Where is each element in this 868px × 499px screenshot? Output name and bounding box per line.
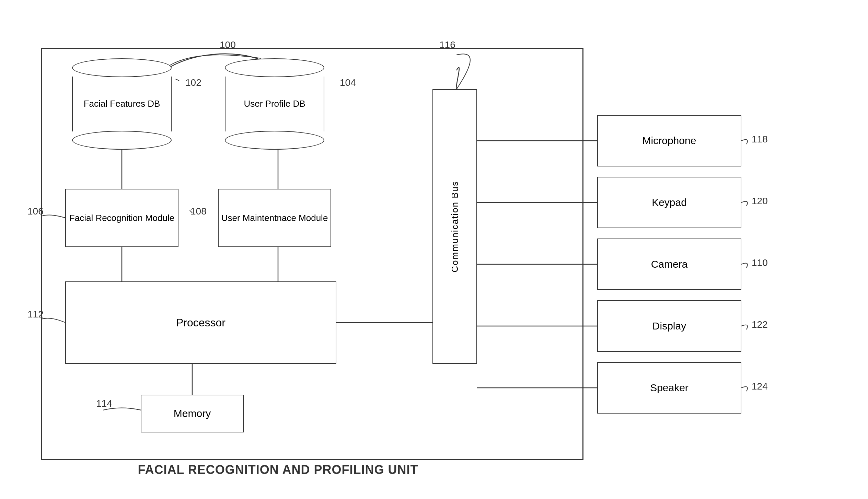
processor-label: Processor xyxy=(176,316,225,329)
ref-100: 100 xyxy=(220,39,236,50)
footer-title: FACIAL RECOGNITION AND PROFILING UNIT xyxy=(89,463,467,477)
ref-112: 112 xyxy=(27,309,44,320)
facial-recognition-module-label: Facial Recognition Module xyxy=(69,212,174,224)
ref-102: 102 xyxy=(185,77,201,88)
facial-features-db: Facial Features DB xyxy=(65,58,178,150)
ref-108: 108 xyxy=(190,206,207,217)
ref-114: 114 xyxy=(96,398,112,409)
user-profile-db-label: User Profile DB xyxy=(244,98,305,110)
facial-recognition-module: Facial Recognition Module xyxy=(65,189,178,247)
memory: Memory xyxy=(141,395,244,432)
keypad-box: Keypad xyxy=(597,177,741,228)
facial-features-db-label: Facial Features DB xyxy=(84,98,160,110)
user-maintenance-module: User Maintentnace Module xyxy=(218,189,331,247)
communication-bus: Communication Bus xyxy=(432,89,477,364)
microphone-label: Microphone xyxy=(643,135,696,147)
speaker-box: Speaker xyxy=(597,362,741,414)
diagram: 100 116 Facial Features DB 102 User Prof… xyxy=(21,21,844,484)
microphone-box: Microphone xyxy=(597,115,741,166)
ref-106: 106 xyxy=(27,206,44,217)
ref-120: 120 xyxy=(752,196,768,207)
communication-bus-label: Communication Bus xyxy=(450,181,460,272)
camera-label: Camera xyxy=(651,258,688,270)
display-box: Display xyxy=(597,300,741,352)
processor: Processor xyxy=(65,281,336,364)
ref-104: 104 xyxy=(340,77,356,88)
ref-118: 118 xyxy=(752,134,768,145)
ref-116-top: 116 xyxy=(439,39,455,50)
speaker-label: Speaker xyxy=(650,382,688,394)
keypad-label: Keypad xyxy=(652,197,687,208)
ref-122: 122 xyxy=(752,319,768,330)
user-profile-db: User Profile DB xyxy=(218,58,331,150)
ref-124: 124 xyxy=(752,381,768,392)
camera-box: Camera xyxy=(597,239,741,290)
display-label: Display xyxy=(652,320,686,332)
user-maintenance-module-label: User Maintentnace Module xyxy=(221,212,328,224)
ref-110: 110 xyxy=(752,257,768,268)
memory-label: Memory xyxy=(174,408,211,419)
